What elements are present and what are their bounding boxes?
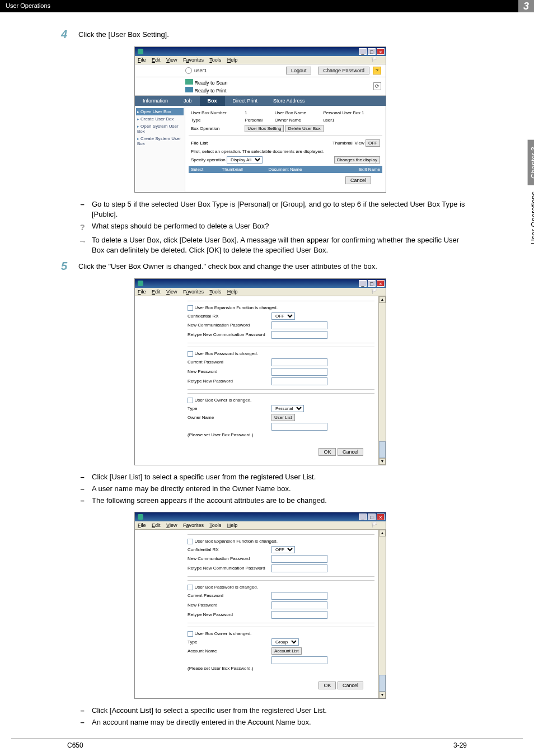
tab-information[interactable]: Information xyxy=(135,96,176,106)
step5b-notes: –Click [Account List] to select a specif… xyxy=(78,706,472,727)
menu-tools[interactable]: Tools xyxy=(209,289,221,295)
ok-button[interactable]: OK xyxy=(318,448,336,456)
label-current-pw: Current Password xyxy=(188,593,271,598)
label-set-pw-note: (Please set User Box Password.) xyxy=(188,666,271,671)
cancel-button[interactable]: Cancel xyxy=(345,176,371,184)
maximize-icon[interactable]: □ xyxy=(368,280,376,287)
account-name-input[interactable] xyxy=(271,656,327,664)
logout-button[interactable]: Logout xyxy=(286,67,312,74)
label-box-number: User Box Number xyxy=(189,109,242,116)
type-select[interactable]: Group xyxy=(271,638,299,646)
close-icon[interactable]: × xyxy=(377,514,385,520)
menu-help[interactable]: Help xyxy=(227,289,238,295)
menu-file[interactable]: File xyxy=(138,289,146,295)
note-text: Click [Account List] to select a specifi… xyxy=(92,706,327,716)
user-box-setting-button[interactable]: User Box Setting xyxy=(245,125,284,132)
checkbox-owner[interactable] xyxy=(188,631,193,637)
changes-display-button[interactable]: Changes the display xyxy=(334,156,381,164)
sidebar-item-create-system-box[interactable]: Create System User Box xyxy=(136,135,184,147)
menu-file[interactable]: File xyxy=(138,522,146,528)
maximize-icon[interactable]: □ xyxy=(368,514,376,520)
new-password-input[interactable] xyxy=(271,601,327,609)
cancel-button[interactable]: Cancel xyxy=(338,448,363,456)
minimize-icon[interactable]: _ xyxy=(359,48,367,55)
thumbnail-toggle-button[interactable]: OFF xyxy=(366,139,380,147)
delete-user-box-button[interactable]: Delete User Box xyxy=(285,125,324,132)
cancel-button[interactable]: Cancel xyxy=(338,682,363,689)
checkbox-expansion[interactable] xyxy=(188,539,193,544)
menu-view[interactable]: View xyxy=(166,289,177,295)
checkbox-password[interactable] xyxy=(188,351,193,357)
retype-password-input[interactable] xyxy=(271,611,327,619)
label-current-pw: Current Password xyxy=(188,360,271,365)
checkbox-owner[interactable] xyxy=(188,398,193,403)
menu-view[interactable]: View xyxy=(166,522,177,528)
owner-name-input[interactable] xyxy=(271,423,327,431)
menu-help[interactable]: Help xyxy=(227,57,238,63)
page-content: 4 Click the [User Box Setting]. _ □ × Fi… xyxy=(0,12,534,742)
type-select[interactable]: Personal xyxy=(271,405,304,412)
account-list-button[interactable]: Account List xyxy=(271,647,302,655)
ok-button[interactable]: OK xyxy=(318,682,336,689)
scrollbar-up[interactable]: ▲ xyxy=(379,530,386,536)
th-thumbnail: Thumbnail xyxy=(219,166,266,173)
minimize-icon[interactable]: _ xyxy=(359,514,367,520)
checkbox-expansion[interactable] xyxy=(188,305,193,311)
label-thumbnail-view: Thumbnail View xyxy=(332,141,364,146)
new-comm-password-input[interactable] xyxy=(271,321,327,329)
window-controls: _ □ × xyxy=(359,48,385,55)
scrollbar-thumb[interactable] xyxy=(379,441,386,458)
scrollbar-down[interactable]: ▼ xyxy=(379,692,386,698)
scrollbar-up[interactable]: ▲ xyxy=(379,296,386,303)
sidebar-nav: Open User Box Create User Box Open Syste… xyxy=(135,106,185,192)
retype-comm-password-input[interactable] xyxy=(271,331,327,339)
app-icon xyxy=(138,281,143,286)
menu-help[interactable]: Help xyxy=(227,522,238,528)
window-titlebar: _□× xyxy=(135,512,386,521)
checkbox-password[interactable] xyxy=(188,585,193,590)
tab-store-address[interactable]: Store Address xyxy=(265,96,313,106)
menu-file[interactable]: File xyxy=(138,57,146,63)
label-account-name: Account Name xyxy=(188,648,271,654)
current-password-input[interactable] xyxy=(271,358,327,366)
confidential-rx-select[interactable]: OFF xyxy=(271,546,295,553)
new-password-input[interactable] xyxy=(271,368,327,376)
instruction-text: First, select an operation. The selectab… xyxy=(189,148,382,155)
new-comm-password-input[interactable] xyxy=(271,555,327,563)
menu-favorites[interactable]: Favorites xyxy=(183,57,204,63)
scrollbar-thumb[interactable] xyxy=(379,675,386,692)
menu-tools[interactable]: Tools xyxy=(209,522,221,528)
step-text: Click the [User Box Setting]. xyxy=(78,28,472,39)
minimize-icon[interactable]: _ xyxy=(359,280,367,287)
tab-direct-print[interactable]: Direct Print xyxy=(225,96,266,106)
specify-operation-select[interactable]: Display All xyxy=(227,156,263,164)
header-title: User Operations xyxy=(6,2,50,9)
maximize-icon[interactable]: □ xyxy=(368,48,376,55)
user-list-button[interactable]: User List xyxy=(271,414,295,421)
menu-favorites[interactable]: Favorites xyxy=(183,522,204,528)
close-icon[interactable]: × xyxy=(377,48,385,55)
refresh-button[interactable]: ⟳ xyxy=(373,82,381,90)
current-password-input[interactable] xyxy=(271,592,327,600)
menu-edit[interactable]: Edit xyxy=(152,522,161,528)
sidebar-item-open-user-box[interactable]: Open User Box xyxy=(136,108,184,115)
menu-favorites[interactable]: Favorites xyxy=(183,289,204,295)
menu-edit[interactable]: Edit xyxy=(152,289,161,295)
value-owner: user1 xyxy=(321,116,382,124)
confidential-rx-select[interactable]: OFF xyxy=(271,312,295,320)
change-password-button[interactable]: Change Password xyxy=(318,67,369,74)
scrollbar-down[interactable]: ▼ xyxy=(379,458,386,465)
menu-view[interactable]: View xyxy=(166,57,177,63)
username: user1 xyxy=(194,68,207,73)
close-icon[interactable]: × xyxy=(377,280,385,287)
sidebar-item-create-user-box[interactable]: Create User Box xyxy=(136,115,184,123)
menu-edit[interactable]: Edit xyxy=(152,57,161,63)
help-button[interactable]: ? xyxy=(373,67,381,74)
step-num: 4 xyxy=(56,28,67,41)
tab-job[interactable]: Job xyxy=(176,96,200,106)
retype-password-input[interactable] xyxy=(271,377,327,385)
retype-comm-password-input[interactable] xyxy=(271,564,327,572)
menu-tools[interactable]: Tools xyxy=(209,57,221,63)
tab-box[interactable]: Box xyxy=(200,96,225,106)
sidebar-item-open-system-box[interactable]: Open System User Box xyxy=(136,123,184,135)
